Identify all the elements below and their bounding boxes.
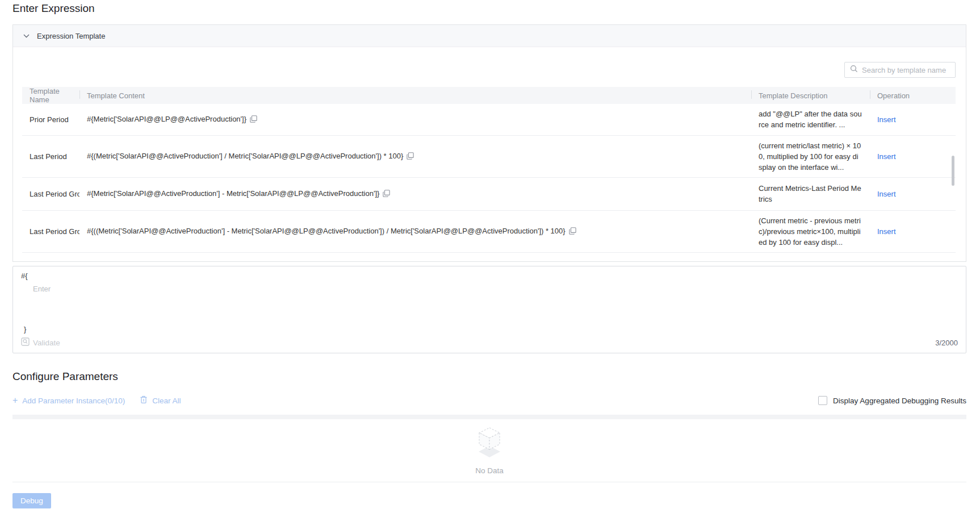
template-content-text: #{(Metric['SolarAPI@@ActiveProduction'] … [87,152,403,160]
expression-input[interactable]: Enter [33,284,958,294]
column-header-template-name: Template Name [22,87,79,104]
panel-title: Expression Template [37,32,105,40]
validate-label: Validate [33,339,60,347]
copy-icon[interactable] [569,227,576,236]
search-input[interactable] [862,66,950,74]
checkbox-label: Display Aggregated Debugging Results [833,397,966,405]
insert-link[interactable]: Insert [877,152,896,161]
trash-icon [140,395,148,406]
expression-page: Enter Expression Expression Template [0,0,980,508]
add-parameter-label: Add Parameter Instance(0/10) [22,397,125,405]
copy-icon[interactable] [383,190,390,199]
copy-icon[interactable] [250,115,257,124]
empty-state: No Data [12,419,966,475]
table-row: Last Period #{(Metric['SolarAPI@@ActiveP… [22,135,956,177]
expression-template-panel: Expression Template Template Name Templa… [12,24,966,262]
copy-icon[interactable] [407,152,414,161]
template-content-text: #{Metric['SolarAPI@@ActiveProduction'] -… [87,189,379,198]
debug-button[interactable]: Debug [12,493,51,508]
expression-suffix: } [24,324,958,335]
table-scrollbar[interactable] [952,156,954,186]
add-parameter-instance-button[interactable]: + Add Parameter Instance(0/10) [12,397,125,405]
column-header-operation: Operation [870,87,956,104]
expression-prefix: #{ [21,271,958,281]
template-search-box[interactable] [844,62,956,78]
no-data-cube-icon [475,425,504,461]
template-description-cell: Current Metrics-Last Period Metrics [751,177,870,210]
template-name-cell: Last Period Gro... [22,177,79,210]
divider [12,482,966,482]
plus-icon: + [12,397,18,404]
search-icon [850,65,858,75]
insert-link[interactable]: Insert [877,227,896,236]
table-row: Last Period Gro... #{((Metric['SolarAPI@… [22,210,956,252]
column-header-template-description: Template Description [751,87,870,104]
parameter-table-header-strip [12,415,966,419]
clear-all-label: Clear All [152,397,181,405]
template-table-body: Prior Period #{Metric['SolarAPI@@LP@@Act… [22,104,956,252]
column-header-template-content: Template Content [79,87,751,104]
chevron-down-icon [23,34,30,38]
table-row: Prior Period #{Metric['SolarAPI@@LP@@Act… [22,104,956,135]
display-aggregated-debugging-checkbox[interactable] [818,396,827,405]
validate-button[interactable]: Validate [21,337,60,348]
expression-editor: #{ Enter } Validate 3/2000 [12,266,966,353]
configure-parameters-title: Configure Parameters [12,369,966,384]
template-content-text: #{((Metric['SolarAPI@@ActiveProduction']… [87,227,566,235]
template-description-cell: (current metric/last metric) × 100, mult… [751,135,870,177]
template-table: Template Name Template Content Template … [22,87,956,253]
clear-all-button[interactable]: Clear All [140,395,181,406]
template-name-cell: Prior Period [22,104,79,135]
insert-link[interactable]: Insert [877,115,896,124]
table-header-row: Template Name Template Content Template … [22,87,956,104]
page-title: Enter Expression [12,1,966,16]
insert-link[interactable]: Insert [877,190,896,198]
template-description-cell: add "@@LP" after the data source and met… [751,104,870,135]
no-data-label: No Data [475,466,504,475]
template-content-text: #{Metric['SolarAPI@@LP@@ActiveProduction… [87,115,246,123]
expression-template-collapse-header[interactable]: Expression Template [13,25,966,47]
panel-body: Template Name Template Content Template … [13,47,966,253]
validate-icon [21,337,30,348]
char-counter: 3/2000 [935,339,958,347]
template-name-cell: Last Period [22,135,79,177]
table-row: Last Period Gro... #{Metric['SolarAPI@@A… [22,177,956,210]
template-name-cell: Last Period Gro... [22,210,79,252]
template-description-cell: (Current metric - previous metric)/previ… [751,210,870,252]
